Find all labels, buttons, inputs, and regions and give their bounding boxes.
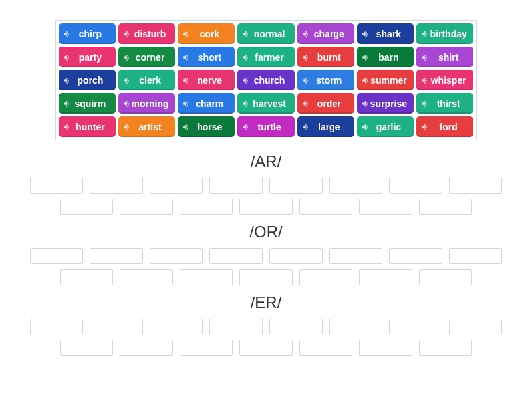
drop-slot[interactable] [359, 199, 412, 215]
drop-slot[interactable] [359, 340, 412, 356]
drop-slot[interactable] [60, 199, 113, 215]
word-tile-turtle[interactable]: turtle [237, 116, 295, 137]
word-tile-nerve[interactable]: nerve [178, 70, 235, 90]
word-tile-ford[interactable]: ford [416, 116, 473, 137]
word-tile-storm[interactable]: storm [297, 70, 354, 90]
drop-slot[interactable] [329, 178, 382, 194]
drop-slot[interactable] [209, 178, 263, 194]
drop-slot[interactable] [239, 269, 293, 285]
word-tile-disturb[interactable]: disturb [118, 23, 176, 44]
drop-slot[interactable] [329, 248, 382, 264]
word-tile-large[interactable]: large [297, 116, 354, 137]
drop-slot[interactable] [449, 248, 502, 264]
drop-slot[interactable] [419, 199, 472, 215]
speaker-icon [241, 76, 249, 84]
word-tile-chirp[interactable]: chirp [59, 23, 116, 44]
drop-slot[interactable] [120, 199, 173, 215]
word-tile-charge[interactable]: charge [297, 23, 354, 44]
drop-slot[interactable] [180, 269, 233, 285]
speaker-icon [122, 100, 130, 108]
speaker-icon [420, 30, 428, 38]
word-tile-horse[interactable]: horse [178, 116, 235, 137]
word-label: charm [189, 98, 223, 109]
word-label: farmer [248, 52, 284, 63]
word-tile-normal[interactable]: normal [237, 23, 295, 44]
drop-slot[interactable] [449, 178, 502, 194]
word-tile-corner[interactable]: corner [118, 47, 176, 67]
word-tile-farmer[interactable]: farmer [237, 47, 295, 67]
word-label: cork [194, 29, 220, 39]
drop-slot[interactable] [30, 178, 83, 194]
word-tile-morning[interactable]: morning [118, 93, 176, 114]
word-tile-party[interactable]: party [59, 47, 116, 67]
drop-slot[interactable] [60, 269, 113, 285]
drop-slot[interactable] [419, 340, 472, 356]
word-tile-squirm[interactable]: squirm [59, 93, 116, 114]
word-tile-shark[interactable]: shark [357, 23, 414, 44]
word-tile-artist[interactable]: artist [118, 116, 176, 137]
word-bank-row: porchclerknervechurchstormsummerwhisper [57, 68, 475, 92]
drop-slot[interactable] [150, 178, 203, 194]
drop-slot[interactable] [299, 340, 352, 356]
word-tile-barn[interactable]: barn [357, 47, 414, 67]
word-bank-row: chirpdisturbcorknormalchargesharkbirthda… [57, 22, 475, 45]
drop-slot[interactable] [90, 319, 143, 334]
drop-slot[interactable] [269, 319, 323, 334]
word-label: horse [190, 122, 222, 132]
drop-slot[interactable] [150, 248, 203, 264]
drop-slot[interactable] [299, 199, 352, 215]
word-tile-porch[interactable]: porch [59, 70, 116, 90]
word-tile-summer[interactable]: summer [357, 70, 414, 90]
drop-slot[interactable] [120, 340, 173, 356]
drop-slot[interactable] [60, 340, 113, 356]
drop-slot[interactable] [30, 319, 83, 334]
speaker-icon [182, 100, 190, 108]
drop-slot[interactable] [269, 248, 323, 264]
speaker-icon [241, 53, 249, 61]
drop-slot[interactable] [389, 248, 442, 264]
word-label: garlic [370, 122, 401, 132]
word-tile-garlic[interactable]: garlic [357, 116, 414, 137]
word-tile-burnt[interactable]: burnt [297, 47, 354, 67]
drop-slot[interactable] [269, 178, 323, 194]
word-tile-hunter[interactable]: hunter [59, 116, 116, 137]
word-label: shirt [432, 52, 458, 63]
word-tile-thirst[interactable]: thirst [416, 93, 473, 114]
drop-slot[interactable] [30, 248, 83, 264]
word-label: morning [125, 98, 169, 109]
word-label: short [192, 52, 221, 63]
word-tile-clerk[interactable]: clerk [118, 70, 176, 90]
drop-slot[interactable] [389, 178, 442, 194]
drop-slot[interactable] [180, 199, 233, 215]
word-tile-church[interactable]: church [237, 70, 295, 90]
drop-slot[interactable] [239, 340, 293, 356]
drop-slot[interactable] [180, 340, 233, 356]
word-tile-shirt[interactable]: shirt [416, 47, 473, 67]
drop-slot[interactable] [209, 248, 263, 264]
word-tile-charm[interactable]: charm [178, 93, 235, 114]
word-tile-short[interactable]: short [178, 47, 235, 67]
drop-slot[interactable] [90, 248, 143, 264]
drop-slot[interactable] [389, 319, 442, 334]
word-tile-harvest[interactable]: harvest [237, 93, 295, 114]
word-tile-cork[interactable]: cork [178, 23, 235, 44]
drop-slot[interactable] [449, 319, 502, 334]
word-tile-birthday[interactable]: birthday [416, 23, 473, 44]
drop-slot[interactable] [120, 269, 173, 285]
word-label: birthday [424, 29, 467, 39]
word-tile-whisper[interactable]: whisper [416, 70, 473, 90]
word-tile-surprise[interactable]: surprise [357, 93, 414, 114]
speaker-icon [182, 123, 190, 131]
category-title: /AR/ [30, 152, 502, 171]
drop-slot[interactable] [359, 269, 412, 285]
word-tile-order[interactable]: order [297, 93, 354, 114]
drop-slot[interactable] [239, 199, 293, 215]
drop-slot[interactable] [329, 319, 382, 334]
slot-row [30, 269, 502, 285]
drop-slot[interactable] [299, 269, 352, 285]
drop-slot[interactable] [209, 319, 263, 334]
drop-slot[interactable] [419, 269, 472, 285]
drop-slot[interactable] [90, 178, 143, 194]
word-label: order [311, 98, 341, 109]
drop-slot[interactable] [150, 319, 203, 334]
